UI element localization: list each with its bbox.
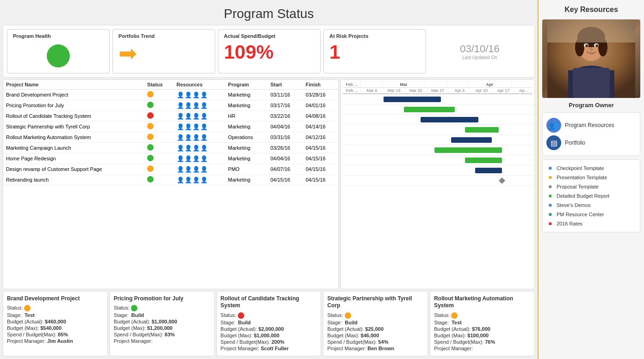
col-header-start: Start xyxy=(267,80,303,90)
portfolio-trend-label: Portfolio Trend xyxy=(118,33,155,39)
gantt-row xyxy=(343,176,533,186)
card-stage: Stage: Build xyxy=(221,320,317,325)
card-stage: Stage: Test xyxy=(7,312,104,318)
pm-icon: ■ xyxy=(546,211,554,218)
actual-spend-label: Actual Spend/Budget xyxy=(224,33,275,39)
card-status: Status: xyxy=(221,312,317,319)
gantt-bar xyxy=(404,107,455,112)
program-health-label: Program Health xyxy=(13,33,51,39)
gantt-bar xyxy=(465,127,499,133)
table-row[interactable]: Pricing Promotion for July 👤👤👤👤 Marketin… xyxy=(3,100,338,111)
budget-icon: ■ xyxy=(546,192,554,200)
demos-icon: ■ xyxy=(546,201,554,209)
proposal-icon: ■ xyxy=(546,183,554,190)
gantt-row xyxy=(343,125,533,135)
rates-link[interactable]: ■ 2016 Rates xyxy=(546,219,636,228)
card-budget-max: Budget (Max): $46,000 xyxy=(327,333,424,338)
project-start: 04/15/16 xyxy=(267,175,303,185)
project-program: Marketing xyxy=(225,100,268,111)
project-program: Marketing xyxy=(225,153,268,164)
portfolio-link[interactable]: ▤ Portfolio xyxy=(546,134,636,152)
project-start: 03/11/16 xyxy=(267,90,303,100)
table-row[interactable]: Rebranding launch 👤👤👤👤 Marketing 04/15/1… xyxy=(3,175,338,185)
pm-resource-center-link[interactable]: ■ PM Resource Center xyxy=(546,210,636,219)
svg-point-12 xyxy=(595,44,598,47)
card-budget-actual: Budget (Actual): $25,000 xyxy=(327,326,424,332)
portfolio-trend-card: Portfolio Trend ➡ xyxy=(112,29,215,73)
program-owner-photo xyxy=(542,19,640,98)
project-program: PMO xyxy=(225,164,268,175)
main-content: Program Status Program Health Portfolio … xyxy=(0,0,538,359)
card-stage: Stage: Build xyxy=(327,320,424,325)
project-finish: 04/01/16 xyxy=(303,100,338,111)
project-start: 04/04/16 xyxy=(267,122,303,132)
card-budget-max: Budget (Max): $100,000 xyxy=(434,333,531,338)
card-title: Rollout of Candidate Tracking System xyxy=(221,295,317,310)
card-pm: Project Manager: Jim Austin xyxy=(7,338,104,344)
project-finish: 04/12/16 xyxy=(303,132,338,143)
project-finish: 04/15/16 xyxy=(303,153,338,164)
presentation-template-link[interactable]: ■ Presentation Template xyxy=(546,173,636,182)
table-row[interactable]: Rollout of Candidate Tracking System 👤👤👤… xyxy=(3,111,338,122)
table-row[interactable]: Design revamp of Customer Support Page 👤… xyxy=(3,164,338,175)
table-row[interactable]: Strategic Partnership with Tyrell Corp 👤… xyxy=(3,122,338,132)
gantt-bar xyxy=(421,117,478,122)
project-finish: 04/15/16 xyxy=(303,143,338,153)
portfolio-trend-arrow: ➡ xyxy=(118,43,137,65)
checkpoint-icon: ■ xyxy=(546,164,554,172)
actual-spend-card: Actual Spend/Budget 109% xyxy=(218,29,321,73)
project-finish: 03/28/16 xyxy=(303,90,338,100)
svg-point-13 xyxy=(589,47,593,52)
project-status xyxy=(144,164,173,175)
budget-report-link[interactable]: ■ Detailed Budget Report xyxy=(546,191,636,201)
presentation-label: Presentation Template xyxy=(557,175,607,180)
checkpoint-label: Checkpoint Template xyxy=(557,165,604,171)
gantt-row xyxy=(343,94,533,104)
project-name: Brand Development Project xyxy=(3,90,144,100)
card-stage: Stage: Test xyxy=(434,320,531,325)
project-status xyxy=(144,153,173,164)
card-budget-actual: Budget (Actual): $2,000,000 xyxy=(221,326,317,332)
project-start: 03/22/16 xyxy=(267,111,303,122)
project-name: Rollout of Candidate Tracking System xyxy=(3,111,144,122)
portfolio-label: Portfolio xyxy=(565,140,585,146)
project-program: Marketing xyxy=(225,143,268,153)
at-risk-card: At Risk Projects 1 xyxy=(323,29,426,73)
project-name: Rollout Marketing Automation System xyxy=(3,132,144,143)
card-status: Status: xyxy=(327,312,424,319)
resources-section[interactable]: 👥 Program Resources ▤ Portfolio xyxy=(542,112,640,156)
project-name: Home Page Redesign xyxy=(3,153,144,164)
project-finish: 04/14/16 xyxy=(303,122,338,132)
card-title: Brand Development Project xyxy=(7,295,104,303)
gantt-row xyxy=(343,135,533,145)
gantt-row xyxy=(343,115,533,125)
project-start: 03/17/16 xyxy=(267,100,303,111)
table-row[interactable]: Rollout Marketing Automation System 👤👤👤👤… xyxy=(3,132,338,143)
at-risk-value: 1 xyxy=(329,43,340,62)
middle-section: Project Name Status Resources Program St… xyxy=(3,79,535,289)
project-status xyxy=(144,175,173,185)
table-row[interactable]: Home Page Redesign 👤👤👤👤 Marketing 04/04/… xyxy=(3,153,338,164)
card-status: Status: xyxy=(7,305,104,311)
sidebar-title: Key Resources xyxy=(542,4,640,16)
card-title: Strategic Partnership with Tyrell Corp xyxy=(327,295,424,310)
project-table: Project Name Status Resources Program St… xyxy=(3,80,338,185)
checkpoint-template-link[interactable]: ■ Checkpoint Template xyxy=(546,164,636,173)
bottom-cards: Brand Development Project Status: Stage:… xyxy=(3,291,535,356)
demos-label: Steve's Demos xyxy=(557,202,591,208)
proposal-template-link[interactable]: ■ Proposal Template xyxy=(546,182,636,191)
steves-demos-link[interactable]: ■ Steve's Demos xyxy=(546,201,636,210)
card-pm: Project Manager: Scott Fuller xyxy=(221,346,317,351)
table-row[interactable]: Brand Development Project 👤👤👤👤 Marketing… xyxy=(3,90,338,100)
project-program: Marketing xyxy=(225,175,268,185)
program-health-card: Program Health xyxy=(7,29,110,73)
card-budget-actual: Budget (Actual): $76,000 xyxy=(434,326,531,332)
project-resources: 👤👤👤👤 xyxy=(174,90,225,100)
table-row[interactable]: Marketing Campaign Launch 👤👤👤👤 Marketing… xyxy=(3,143,338,153)
project-card: Brand Development Project Status: Stage:… xyxy=(3,291,108,356)
svg-rect-8 xyxy=(573,68,610,98)
project-finish: 04/08/16 xyxy=(303,111,338,122)
project-start: 04/04/16 xyxy=(267,153,303,164)
photo-placeholder xyxy=(542,19,640,98)
program-resources-link[interactable]: 👥 Program Resources xyxy=(546,116,636,134)
